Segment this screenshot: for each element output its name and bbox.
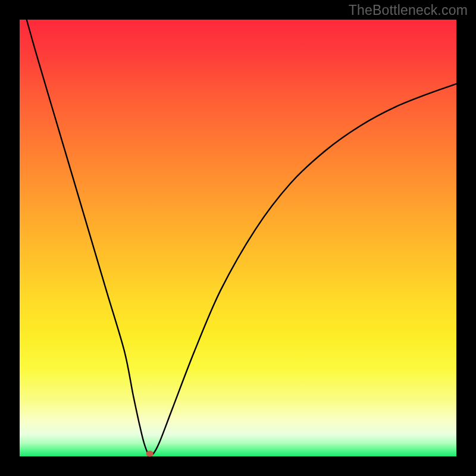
plot-area <box>20 20 456 456</box>
watermark-text: TheBottleneck.com <box>349 2 468 18</box>
curve-svg <box>20 20 456 456</box>
bottleneck-curve <box>27 20 456 456</box>
chart-frame: TheBottleneck.com <box>0 0 476 476</box>
minimum-marker <box>146 451 154 457</box>
